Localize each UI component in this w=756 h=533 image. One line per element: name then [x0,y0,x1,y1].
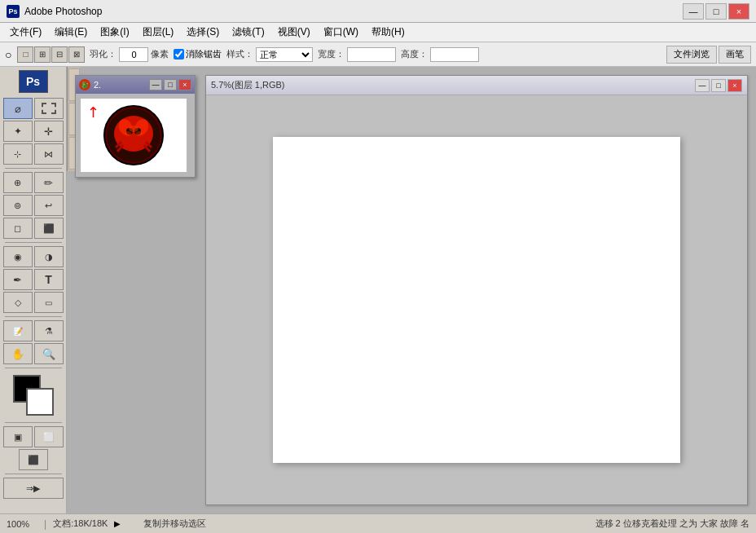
menu-item[interactable]: 图层(L) [136,24,181,41]
dodge-tool-btn[interactable]: ◑ [34,246,64,267]
pen-tool-btn[interactable]: ✒ [3,269,33,290]
ps-icon: Ps [7,5,20,18]
history-icon: ↩ [45,200,52,211]
tool-row-8: ✒ T [3,269,64,290]
subtract-selection-btn[interactable]: ⊟ [51,46,68,63]
tool-row-6: ◻ ⬛ [3,218,64,239]
jump-btn[interactable]: ⇒▶ [3,478,64,499]
tool-row-1: ⌀ [3,98,64,119]
eraser-tool-btn[interactable]: ◻ [3,218,33,239]
toolbox-logo: Ps [19,70,48,93]
style-select[interactable]: 正常 固定比例 固定大小 [256,47,313,62]
dragon-svg [101,103,166,168]
anti-alias-checkbox[interactable] [174,49,184,59]
feather-input[interactable] [119,47,148,62]
options-bar: ○ □ ⊞ ⊟ ⊠ 羽化： 像素 消除锯齿 样式： 正常 固定比例 固定大小 宽… [0,42,756,67]
notes-tool-btn[interactable]: 📝 [3,320,33,341]
menu-item[interactable]: 选择(S) [180,24,226,41]
menu-item[interactable]: 视图(V) [271,24,317,41]
lasso-tool-btn[interactable]: ⌀ [3,98,33,119]
right-toolbar-buttons: 文件浏览 画笔 [666,46,751,64]
thumb-title-icon: 🐉 [79,79,90,90]
screen-mode-1-btn[interactable]: ▣ [3,426,33,447]
thumbnail-title: 🐉 2. [79,79,101,90]
width-group: 宽度： [318,47,396,62]
svg-point-14 [136,131,143,136]
slice-tool-btn[interactable]: ⋈ [34,143,64,165]
doc-minimize-btn[interactable]: — [695,79,710,92]
height-group: 高度： [401,47,479,62]
toolbox: Ps ⌀ ✦ ✛ ⊹ ⋈ [0,67,67,513]
magic-wand-btn[interactable]: ✦ [3,121,33,142]
screen-mode-row: ▣ ⬜ [3,426,64,447]
fill-icon: ⬛ [43,223,55,234]
document-window: 5.7%(图层 1,RGB) — □ × [205,75,748,505]
text-icon: T [45,273,52,286]
width-input[interactable] [347,47,396,62]
anti-alias-label: 消除锯齿 [186,48,222,60]
tool-row-3: ⊹ ⋈ [3,143,64,165]
menu-item[interactable]: 文件(F) [3,24,48,41]
screen-mode-3-icon: ⬛ [28,455,39,465]
brush-tool-btn[interactable]: ✏ [34,172,64,193]
fill-tool-btn[interactable]: ⬛ [34,218,64,239]
intersect-selection-btn[interactable]: ⊠ [68,46,85,63]
selection-mode-buttons: □ ⊞ ⊟ ⊠ [17,46,85,63]
menu-item[interactable]: 编辑(E) [48,24,94,41]
blur-tool-btn[interactable]: ◉ [3,246,33,267]
magic-icon: ✦ [14,126,22,137]
doc-close-btn[interactable]: × [727,79,742,92]
tool-options-group: ○ □ ⊞ ⊟ ⊠ [5,46,85,63]
crop-icon: ⊹ [14,149,21,160]
crop-tool-btn[interactable]: ⊹ [3,143,33,165]
menu-item[interactable]: 图象(I) [94,24,135,41]
feather-label: 羽化： [90,48,116,60]
eyedrop-tool-btn[interactable]: ⚗ [34,320,64,341]
move-tool-btn[interactable]: ✛ [34,121,64,142]
tool-divider-3 [5,316,62,317]
zoom-tool-btn[interactable]: 🔍 [34,343,64,364]
screen-mode-3-btn[interactable]: ⬛ [19,449,48,470]
maximize-button[interactable]: □ [705,3,727,20]
heal-tool-btn[interactable]: ⊕ [3,172,33,193]
text-tool-btn[interactable]: T [34,269,64,290]
doc-restore-btn[interactable]: □ [711,79,726,92]
screen-mode-2-btn[interactable]: ⬜ [34,426,64,447]
status-right-text: 选移 2 位移克着处理 之为 大家 故障 名 [596,518,749,530]
thumbnail-window: 🐉 2. — □ × ↗ [75,75,196,178]
eyedrop-icon: ⚗ [45,326,53,337]
hand-tool-btn[interactable]: ✋ [3,343,33,364]
new-selection-btn[interactable]: □ [17,46,33,63]
file-browse-button[interactable]: 文件浏览 [666,46,717,64]
canvas-button[interactable]: 画笔 [719,46,751,64]
path-select-btn[interactable]: ◇ [3,292,33,313]
thumb-minimize-btn[interactable]: — [149,79,162,90]
stamp-tool-btn[interactable]: ⊚ [3,195,33,216]
anti-alias-group: 消除锯齿 [174,48,222,60]
shape-tool-btn[interactable]: ▭ [34,292,64,313]
document-titlebar: 5.7%(图层 1,RGB) — □ × [206,76,747,95]
document-titlebar-buttons: — □ × [695,79,742,92]
status-arrow[interactable]: ▶ [114,519,121,528]
thumb-close-btn[interactable]: × [178,79,191,90]
close-button[interactable]: × [728,3,749,20]
thumbnail-titlebar[interactable]: 🐉 2. — □ × [76,76,195,94]
feather-unit: 像素 [151,48,169,60]
thumb-restore-btn[interactable]: □ [164,79,177,90]
svg-point-7 [124,137,143,150]
select-icon [42,103,56,114]
history-brush-btn[interactable]: ↩ [34,195,64,216]
style-label: 样式： [226,48,253,60]
tool-row-11: ✋ 🔍 [3,343,64,364]
menu-item[interactable]: 帮助(H) [365,24,411,41]
slice-icon: ⋈ [44,149,53,160]
select-tool-btn[interactable] [34,98,64,119]
menu-item[interactable]: 滤镜(T) [226,24,270,41]
status-message: 复制并移动选区 [143,518,206,530]
minimize-button[interactable]: — [683,3,704,20]
menu-item[interactable]: 窗口(W) [317,24,365,41]
add-selection-btn[interactable]: ⊞ [34,46,51,63]
background-color[interactable] [26,388,54,416]
height-input[interactable] [430,47,479,62]
ps-logo-btn[interactable]: Ps [19,70,48,93]
